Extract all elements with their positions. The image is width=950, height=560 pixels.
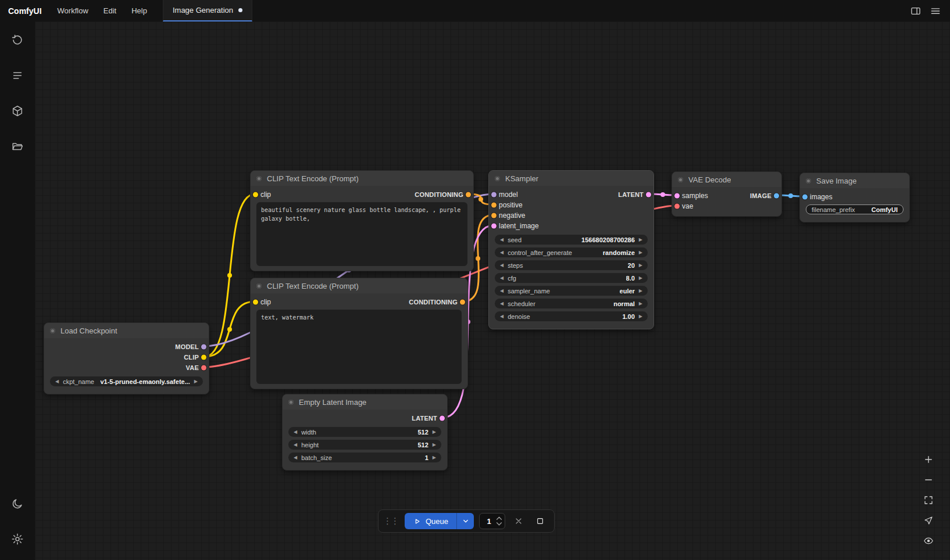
port-latent-output[interactable] — [440, 416, 445, 421]
widget-seed[interactable]: ◀ seed 156680208700286 ▶ — [495, 235, 648, 245]
port-latent-image-input[interactable] — [491, 224, 497, 229]
port-clip-output[interactable] — [201, 355, 206, 360]
batch-increment-button[interactable] — [496, 516, 502, 520]
port-conditioning-output[interactable] — [466, 192, 471, 198]
increment-arrow-icon[interactable]: ▶ — [639, 238, 642, 242]
decrement-arrow-icon[interactable]: ◀ — [294, 430, 297, 435]
increment-arrow-icon[interactable]: ▶ — [639, 301, 642, 306]
zoom-out-button[interactable] — [920, 471, 937, 489]
decrement-arrow-icon[interactable]: ◀ — [500, 314, 503, 319]
widget-denoise[interactable]: ◀ denoise 1.00 ▶ — [495, 311, 648, 321]
decrement-arrow-icon[interactable]: ◀ — [55, 379, 59, 384]
collapse-dot[interactable] — [678, 177, 683, 182]
toggle-link-visibility-button[interactable] — [920, 532, 937, 550]
widget-steps[interactable]: ◀ steps 20 ▶ — [495, 260, 648, 270]
collapse-dot[interactable] — [288, 400, 294, 405]
port-vae-output[interactable] — [201, 365, 206, 371]
node-clip-text-encode-positive[interactable]: CLIP Text Encode (Prompt) clip CONDITION… — [250, 170, 474, 271]
port-negative-input[interactable] — [491, 213, 497, 218]
zoom-in-button[interactable] — [920, 451, 937, 468]
decrement-arrow-icon[interactable]: ◀ — [500, 263, 503, 268]
menu-edit[interactable]: Edit — [96, 0, 124, 21]
sidebar-node-library-button[interactable] — [6, 64, 29, 87]
queue-button[interactable]: Queue — [405, 513, 456, 529]
port-clip-input[interactable] — [253, 300, 258, 305]
increment-arrow-icon[interactable]: ▶ — [433, 443, 436, 447]
port-model-output[interactable] — [201, 344, 206, 350]
node-header[interactable]: VAE Decode — [672, 172, 781, 187]
decrement-arrow-icon[interactable]: ◀ — [500, 301, 503, 306]
port-conditioning-output[interactable] — [460, 300, 465, 305]
node-header[interactable]: KSampler — [489, 171, 653, 186]
batch-count-stepper[interactable]: 1 — [479, 513, 505, 529]
widget-batch-size[interactable]: ◀ batch_size 1 ▶ — [288, 453, 441, 462]
node-header[interactable]: Empty Latent Image — [283, 394, 447, 410]
port-positive-input[interactable] — [491, 203, 497, 208]
increment-arrow-icon[interactable]: ▶ — [639, 276, 642, 281]
increment-arrow-icon[interactable]: ▶ — [639, 263, 642, 268]
decrement-arrow-icon[interactable]: ◀ — [500, 238, 503, 242]
node-header[interactable]: Load Checkpoint — [44, 323, 209, 338]
theme-toggle-button[interactable] — [6, 492, 29, 515]
increment-arrow-icon[interactable]: ▶ — [639, 314, 642, 319]
graph-canvas[interactable]: Load Checkpoint MODEL CLIP VAE ◀ ckpt_na… — [35, 21, 950, 560]
widget-cfg[interactable]: ◀ cfg 8.0 ▶ — [495, 273, 648, 283]
node-empty-latent-image[interactable]: Empty Latent Image LATENT ◀ width 512 ▶ … — [282, 394, 448, 471]
collapse-dot[interactable] — [806, 178, 811, 184]
collapse-dot[interactable] — [50, 328, 55, 333]
node-header[interactable]: CLIP Text Encode (Prompt) — [251, 171, 473, 186]
node-header[interactable]: Save Image — [800, 173, 909, 188]
port-samples-input[interactable] — [674, 193, 680, 199]
node-load-checkpoint[interactable]: Load Checkpoint MODEL CLIP VAE ◀ ckpt_na… — [44, 322, 209, 394]
sidebar-workflows-button[interactable] — [6, 135, 29, 158]
queue-options-button[interactable] — [456, 513, 474, 529]
widget-ckpt-name[interactable]: ◀ ckpt_name v1-5-pruned-emaonly.safete..… — [50, 376, 203, 386]
widget-filename-prefix[interactable]: filename_prefix ComfyUI — [806, 204, 903, 214]
node-save-image[interactable]: Save Image images filename_prefix ComfyU… — [799, 173, 910, 222]
port-model-input[interactable] — [491, 192, 497, 198]
collapse-dot[interactable] — [256, 176, 262, 181]
decrement-arrow-icon[interactable]: ◀ — [294, 455, 297, 460]
positive-prompt-textarea[interactable]: beautiful scenery nature glass bottle la… — [256, 202, 467, 266]
widget-scheduler[interactable]: ◀ scheduler normal ▶ — [495, 299, 648, 308]
increment-arrow-icon[interactable]: ▶ — [639, 250, 642, 255]
collapse-dot[interactable] — [495, 176, 500, 181]
node-header[interactable]: CLIP Text Encode (Prompt) — [251, 278, 467, 293]
fit-view-button[interactable] — [920, 491, 937, 509]
settings-button[interactable] — [6, 527, 29, 551]
increment-arrow-icon[interactable]: ▶ — [194, 379, 198, 384]
batch-decrement-button[interactable] — [496, 522, 502, 526]
widget-sampler-name[interactable]: ◀ sampler_name euler ▶ — [495, 286, 648, 296]
select-mode-button[interactable] — [920, 512, 937, 529]
port-vae-input[interactable] — [674, 204, 680, 209]
decrement-arrow-icon[interactable]: ◀ — [294, 443, 297, 447]
main-menu-button[interactable] — [927, 2, 944, 20]
decrement-arrow-icon[interactable]: ◀ — [500, 276, 503, 281]
drag-handle-icon[interactable]: ⋮⋮ — [382, 516, 399, 526]
widget-control-after-generate[interactable]: ◀ control_after_generate randomize ▶ — [495, 247, 648, 257]
port-clip-input[interactable] — [253, 192, 258, 198]
tab-image-generation[interactable]: Image Generation — [163, 0, 252, 21]
node-ksampler[interactable]: KSampler model LATENT positive negative … — [488, 170, 654, 329]
increment-arrow-icon[interactable]: ▶ — [433, 455, 436, 460]
widget-width[interactable]: ◀ width 512 ▶ — [288, 427, 441, 437]
port-images-input[interactable] — [802, 195, 808, 200]
decrement-arrow-icon[interactable]: ◀ — [500, 250, 503, 255]
port-latent-output[interactable] — [646, 192, 651, 198]
node-clip-text-encode-negative[interactable]: CLIP Text Encode (Prompt) clip CONDITION… — [250, 278, 468, 389]
menu-help[interactable]: Help — [124, 0, 155, 21]
cancel-run-button[interactable] — [510, 513, 527, 529]
increment-arrow-icon[interactable]: ▶ — [433, 430, 436, 435]
menu-workflow[interactable]: Workflow — [50, 0, 96, 21]
negative-prompt-textarea[interactable]: text, watermark — [256, 310, 462, 384]
increment-arrow-icon[interactable]: ▶ — [639, 289, 642, 293]
sidebar-queue-history-button[interactable] — [6, 28, 29, 52]
node-vae-decode[interactable]: VAE Decode samples IMAGE vae — [672, 171, 782, 217]
port-image-output[interactable] — [774, 193, 779, 199]
collapse-dot[interactable] — [256, 283, 262, 289]
decrement-arrow-icon[interactable]: ◀ — [500, 289, 503, 293]
clear-queue-button[interactable] — [532, 513, 548, 529]
toggle-panel-button[interactable] — [907, 2, 924, 20]
sidebar-model-library-button[interactable] — [6, 99, 29, 123]
widget-height[interactable]: ◀ height 512 ▶ — [288, 440, 441, 450]
